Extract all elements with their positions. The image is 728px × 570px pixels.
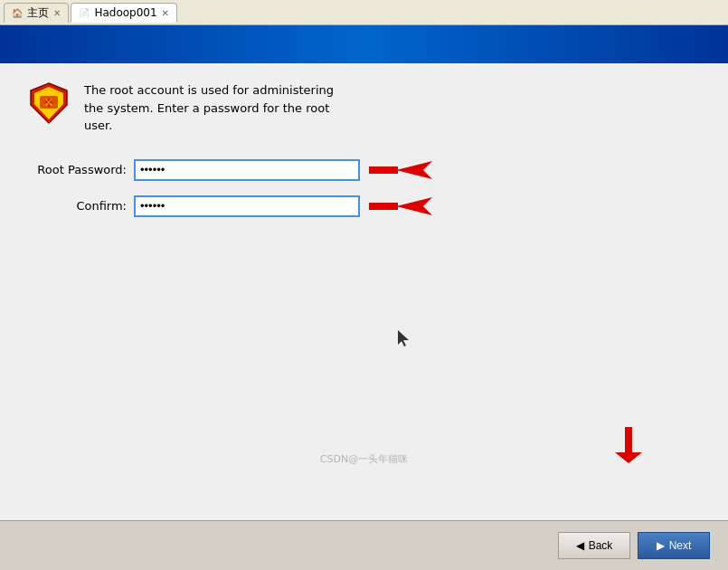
- root-password-arrow: [369, 157, 432, 183]
- browser-tabs: 🏠 主页 ✕ 📄 Hadoop001 ✕: [0, 0, 728, 25]
- back-button[interactable]: ◀ Back: [558, 532, 630, 559]
- installer-window: ✦ ⚔ The root account is used for adminis…: [0, 25, 728, 570]
- confirm-row: Confirm:: [27, 194, 701, 219]
- svg-rect-6: [369, 166, 398, 174]
- tab-hadoop[interactable]: 📄 Hadoop001 ✕: [71, 3, 177, 23]
- shield-icon: ✦ ⚔: [27, 81, 71, 125]
- svg-marker-5: [396, 161, 432, 179]
- svg-text:⚔: ⚔: [44, 96, 54, 109]
- tab-home[interactable]: 🏠 主页 ✕: [4, 3, 69, 23]
- hadoop-tab-icon: 📄: [79, 8, 90, 18]
- next-button[interactable]: ▶ Next: [638, 532, 710, 559]
- button-bar: ◀ Back ▶ Next: [0, 520, 728, 570]
- confirm-label: Confirm:: [27, 199, 127, 213]
- root-password-input[interactable]: [134, 159, 360, 181]
- tab-hadoop-close[interactable]: ✕: [162, 8, 169, 18]
- next-button-arrow: [615, 427, 642, 466]
- tab-home-label: 主页: [27, 5, 49, 21]
- back-arrow-icon: ◀: [576, 539, 584, 552]
- root-password-label: Root Password:: [27, 163, 127, 176]
- confirm-arrow: [369, 194, 432, 219]
- info-description: The root account is used for administeri…: [84, 81, 337, 135]
- svg-rect-8: [369, 203, 398, 210]
- svg-marker-11: [615, 452, 642, 463]
- next-button-label: Next: [669, 539, 692, 552]
- watermark: CSDN@一头年猫咪: [320, 452, 408, 466]
- installer-header-bar: [0, 25, 728, 63]
- form-area: Root Password: Confirm:: [27, 157, 701, 219]
- home-icon: 🏠: [12, 8, 23, 18]
- confirm-input[interactable]: [134, 195, 360, 217]
- svg-rect-10: [625, 427, 632, 452]
- mouse-cursor: [398, 330, 409, 347]
- tab-hadoop-label: Hadoop001: [94, 6, 156, 19]
- installer-content: ✦ ⚔ The root account is used for adminis…: [0, 63, 728, 520]
- tab-home-close[interactable]: ✕: [53, 8, 61, 18]
- svg-marker-7: [396, 197, 432, 215]
- back-button-label: Back: [589, 539, 613, 552]
- next-arrow-icon: ▶: [657, 539, 665, 552]
- info-section: ✦ ⚔ The root account is used for adminis…: [27, 81, 701, 135]
- svg-marker-9: [398, 330, 409, 347]
- root-password-row: Root Password:: [27, 157, 701, 183]
